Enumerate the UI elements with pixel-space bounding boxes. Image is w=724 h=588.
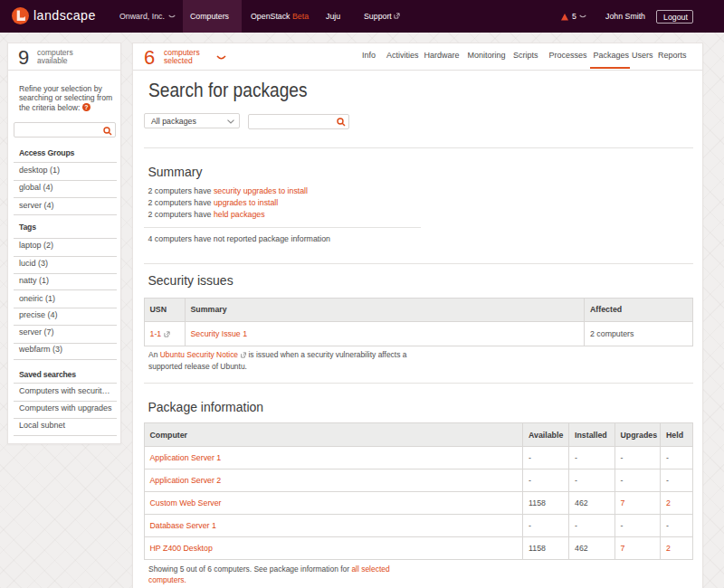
svg-text:?: ? — [84, 104, 88, 110]
